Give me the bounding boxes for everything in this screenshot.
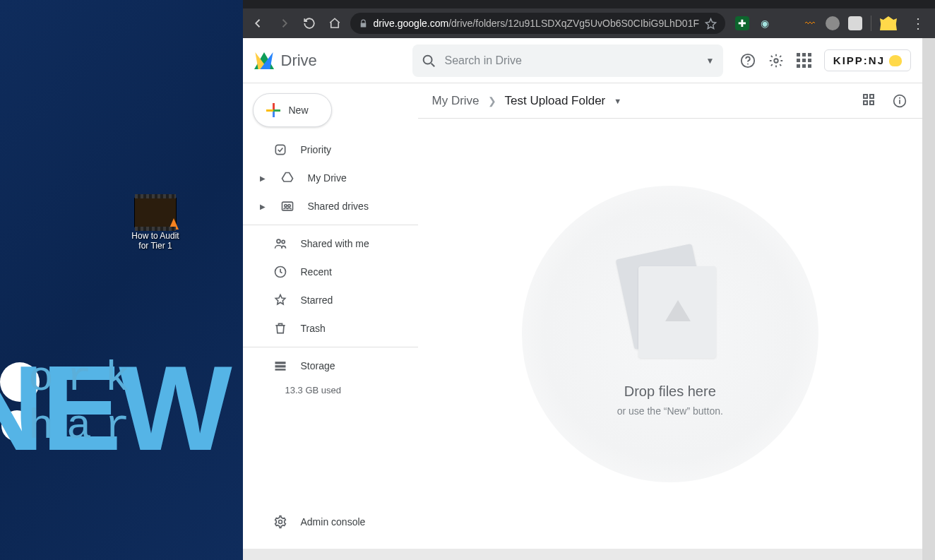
address-bar[interactable]: drive.google.com/drive/folders/12u91LSDX… (350, 13, 726, 34)
expand-icon[interactable]: ▶ (260, 174, 267, 182)
trash-icon (273, 321, 288, 336)
admin-gear-icon (273, 514, 288, 530)
desktop-wallpaper: NEW ork har How to Audit for Tier 1 (0, 0, 243, 560)
new-button[interactable]: New (253, 93, 332, 127)
sidebar-item-admin[interactable]: Admin console (243, 508, 418, 536)
sidebar-item-trash[interactable]: Trash (243, 314, 418, 342)
forward-button (274, 13, 294, 33)
folder-dropdown-icon[interactable]: ▼ (614, 97, 621, 105)
svg-point-14 (278, 520, 282, 524)
view-actions (863, 94, 908, 108)
chevron-right-icon: ❯ (488, 95, 496, 107)
drive-watermark-icon (665, 300, 691, 321)
desktop-file-label: How to Audit for Tier 1 (120, 231, 191, 251)
extension-icons: ✚ ◉ 〰 (731, 16, 901, 31)
sidebar-divider (243, 225, 418, 225)
drive-triangle-icon (254, 52, 274, 69)
search-options-icon[interactable]: ▼ (706, 56, 715, 66)
wallpaper-sub-text: ork har (28, 355, 243, 451)
browser-toolbar: drive.google.com/drive/folders/12u91LSDX… (243, 8, 936, 38)
empty-folder-state[interactable]: Drop files here or use the “New” button. (418, 119, 923, 549)
clock-icon (273, 264, 288, 280)
breadcrumb-root[interactable]: My Drive (432, 94, 480, 108)
extension-icon[interactable] (848, 16, 862, 30)
sidebar-item-recent[interactable]: Recent (243, 258, 418, 286)
svg-rect-12 (275, 365, 285, 367)
org-brand-button[interactable]: KIPP:NJ (824, 49, 911, 71)
extension-icon[interactable]: ◉ (758, 16, 772, 30)
sidebar-item-shared-drives[interactable]: ▶ Shared drives (243, 192, 418, 220)
svg-point-6 (284, 205, 286, 207)
plus-icon (266, 103, 280, 117)
shared-drives-icon (280, 198, 295, 214)
star-icon (273, 292, 288, 308)
empty-title: Drop files here (624, 383, 716, 400)
storage-icon (273, 358, 288, 374)
desktop-file-icon[interactable]: How to Audit for Tier 1 (120, 198, 191, 251)
toolbar-separator (871, 16, 871, 31)
svg-point-16 (899, 97, 900, 98)
my-drive-icon (280, 170, 295, 186)
priority-icon (273, 142, 288, 157)
info-icon[interactable] (893, 94, 908, 108)
people-icon (273, 236, 288, 251)
svg-point-3 (774, 59, 778, 63)
search-icon (421, 53, 436, 68)
expand-icon[interactable]: ▶ (260, 203, 267, 210)
back-button[interactable] (249, 13, 268, 33)
drive-body: New Priority ▶ My Drive ▶ (243, 83, 923, 549)
sidebar-item-priority[interactable]: Priority (243, 136, 418, 164)
svg-rect-13 (275, 369, 285, 371)
svg-rect-4 (275, 145, 285, 154)
sidebar-item-starred[interactable]: Starred (243, 286, 418, 314)
svg-point-7 (287, 205, 290, 207)
breadcrumb-row: My Drive ❯ Test Upload Folder ▼ (418, 83, 923, 119)
home-button[interactable] (325, 13, 345, 33)
empty-subtitle: or use the “New” button. (617, 405, 723, 417)
brand-label: KIPP:NJ (833, 54, 885, 66)
svg-point-2 (747, 63, 749, 64)
browser-window: drive.google.com/drive/folders/12u91LSDX… (243, 0, 936, 560)
svg-point-9 (282, 240, 285, 243)
extension-icon[interactable]: 〰 (803, 16, 817, 30)
search-input[interactable] (445, 54, 698, 67)
settings-gear-icon[interactable] (768, 52, 785, 69)
browser-menu-button[interactable]: ⋮ (907, 15, 929, 32)
browser-tabbar (243, 0, 936, 8)
help-icon[interactable] (739, 52, 756, 69)
extension-icon[interactable] (780, 16, 794, 30)
svg-point-0 (423, 55, 431, 64)
svg-rect-11 (275, 362, 285, 364)
grid-view-icon[interactable] (863, 94, 879, 108)
google-apps-icon[interactable] (796, 52, 813, 69)
sidebar-item-shared-with-me[interactable]: Shared with me (243, 230, 418, 258)
header-icons: KIPP:NJ (739, 49, 911, 71)
sidebar-divider (243, 347, 418, 347)
lock-icon (359, 19, 368, 28)
bookmark-star-icon[interactable] (705, 18, 717, 30)
brand-mascot-icon (889, 55, 902, 66)
search-bar[interactable]: ▼ (412, 44, 723, 77)
breadcrumb-folder[interactable]: Test Upload Folder (505, 94, 606, 108)
storage-used-label: 13.3 GB used (243, 380, 418, 400)
empty-illustration: Drop files here or use the “New” button. (522, 186, 818, 482)
video-file-icon (134, 198, 177, 227)
sidebar: New Priority ▶ My Drive ▶ (243, 83, 418, 549)
sidebar-item-storage[interactable]: Storage (243, 352, 418, 380)
reload-button[interactable] (299, 13, 319, 33)
drive-header: Drive ▼ KIPP:NJ (243, 38, 923, 83)
app-name: Drive (281, 52, 317, 70)
main-content: My Drive ❯ Test Upload Folder ▼ (418, 83, 923, 549)
extension-icon[interactable] (826, 16, 840, 30)
extension-icon[interactable]: ✚ (735, 16, 749, 30)
drive-logo[interactable]: Drive (254, 52, 403, 70)
url-text: drive.google.com/drive/folders/12u91LSDX… (374, 18, 700, 29)
drive-app: Drive ▼ KIPP:NJ (243, 38, 936, 560)
profile-avatar-icon[interactable] (880, 16, 897, 30)
sidebar-item-my-drive[interactable]: ▶ My Drive (243, 164, 418, 192)
browser-bottom-scrollbar[interactable] (243, 549, 923, 560)
svg-point-8 (277, 239, 280, 243)
new-button-label: New (289, 105, 309, 116)
